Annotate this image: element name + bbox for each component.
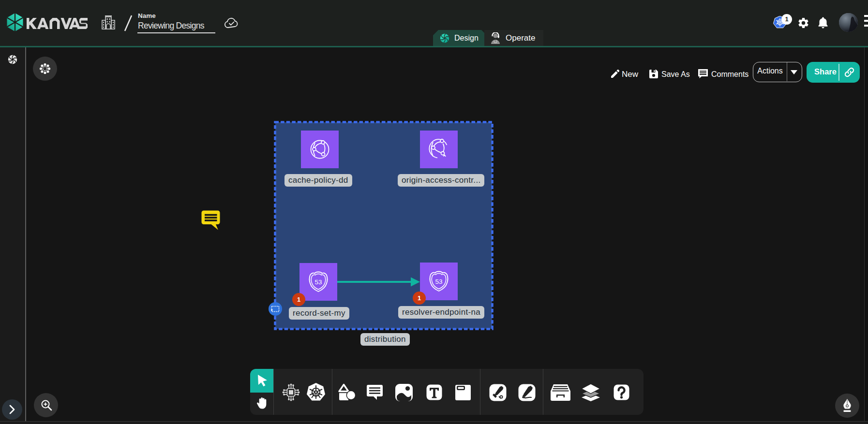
svg-text:53: 53: [435, 278, 442, 285]
svg-text:53: 53: [314, 278, 322, 286]
